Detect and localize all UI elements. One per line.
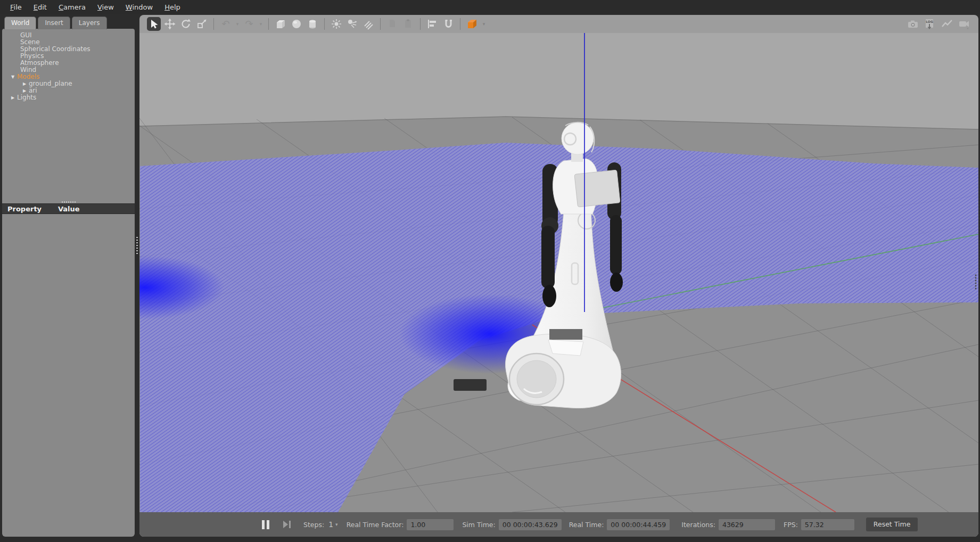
- camera-icon: [907, 18, 919, 30]
- paste-button[interactable]: [401, 17, 415, 31]
- property-table-header: Property Value: [2, 203, 135, 214]
- align-button[interactable]: [425, 17, 439, 31]
- menu-edit[interactable]: Edit: [28, 1, 53, 13]
- menu-file[interactable]: File: [4, 1, 28, 13]
- viewport-toolbar: ↶ ▾ ↷ ▾: [139, 15, 978, 33]
- rotate-icon: [180, 18, 192, 30]
- copy-button[interactable]: [385, 17, 399, 31]
- spot-light-icon: [347, 18, 358, 30]
- tree-right-arrow-icon[interactable]: ▶: [10, 94, 16, 101]
- scale-tool-button[interactable]: [195, 17, 209, 31]
- tree-item-lights[interactable]: ▶Lights: [2, 94, 135, 101]
- iterations-field[interactable]: 43629: [719, 519, 775, 530]
- view-angle-button[interactable]: [465, 17, 479, 31]
- tree-item-ground_plane[interactable]: ▶ground_plane: [2, 80, 135, 87]
- tree-item-label: Lights: [17, 94, 36, 101]
- directional-light-button[interactable]: [361, 17, 375, 31]
- rtf-field[interactable]: 1.00: [407, 519, 454, 530]
- sphere-icon: [291, 18, 302, 30]
- add-sphere-button[interactable]: [290, 17, 303, 31]
- sim-time-field[interactable]: 00 00:00:43.629: [499, 519, 562, 530]
- align-icon: [426, 18, 438, 30]
- real-time-field[interactable]: 00 00:00:44.459: [607, 519, 670, 530]
- svg-text:LOG: LOG: [926, 20, 933, 23]
- fps-field[interactable]: 57.32: [801, 519, 854, 530]
- move-icon: [164, 18, 176, 30]
- menu-help[interactable]: Help: [159, 1, 186, 13]
- world-panel: GUISceneSpherical CoordinatesPhysicsAtmo…: [2, 29, 135, 537]
- vertical-splitter-handle[interactable]: [136, 237, 138, 255]
- menu-camera[interactable]: Camera: [53, 1, 92, 13]
- tab-layers[interactable]: Layers: [72, 17, 107, 29]
- value-column-header: Value: [58, 205, 80, 213]
- point-light-icon: [331, 18, 342, 30]
- scene-3d-view[interactable]: [139, 33, 978, 512]
- real-time-label: Real Time:: [569, 521, 604, 529]
- tree-down-arrow-icon[interactable]: ▼: [10, 73, 16, 80]
- steps-value[interactable]: 1: [328, 520, 333, 529]
- menu-bar: FileEditCameraViewWindowHelp: [0, 0, 980, 14]
- translate-tool-button[interactable]: [163, 17, 177, 31]
- iterations-label: Iterations:: [681, 521, 715, 529]
- fps-label: FPS:: [784, 521, 798, 529]
- property-column-header: Property: [2, 205, 58, 213]
- screenshot-button[interactable]: [906, 17, 920, 31]
- rotate-tool-button[interactable]: [179, 17, 193, 31]
- undo-button[interactable]: ↶: [219, 17, 233, 31]
- rtf-label: Real Time Factor:: [347, 521, 404, 529]
- video-camera-icon: [958, 18, 970, 30]
- tab-insert[interactable]: Insert: [38, 17, 70, 29]
- menu-view[interactable]: View: [92, 1, 120, 13]
- spot-light-button[interactable]: [345, 17, 359, 31]
- plot-icon: [941, 18, 953, 30]
- view-angle-cube-icon: [466, 18, 479, 30]
- add-box-button[interactable]: [274, 17, 287, 31]
- world-tree: GUISceneSpherical CoordinatesPhysicsAtmo…: [2, 29, 135, 200]
- undo-history-button[interactable]: ▾: [235, 21, 240, 27]
- log-icon: LOG: [924, 18, 936, 30]
- redo-icon: ↷: [245, 19, 253, 29]
- directional-light-icon: [363, 18, 374, 30]
- pause-button[interactable]: [262, 520, 269, 529]
- tree-right-arrow-icon[interactable]: ▶: [21, 80, 28, 87]
- plot-button[interactable]: [940, 17, 954, 31]
- render-viewport: ↶ ▾ ↷ ▾: [139, 15, 978, 537]
- log-record-button[interactable]: LOG: [923, 17, 937, 31]
- tab-world[interactable]: World: [4, 17, 36, 29]
- paste-icon: [402, 18, 414, 30]
- property-table-body: [2, 214, 135, 512]
- steps-dropdown-caret[interactable]: ▾: [335, 522, 338, 527]
- sidebar-tabs: WorldInsertLayers: [4, 17, 107, 29]
- add-cylinder-button[interactable]: [306, 17, 319, 31]
- point-light-button[interactable]: [330, 17, 343, 31]
- redo-history-button[interactable]: ▾: [258, 21, 263, 27]
- snap-magnet-icon: [442, 18, 454, 30]
- steps-label: Steps:: [303, 521, 324, 529]
- snap-button[interactable]: [441, 17, 455, 31]
- redo-button[interactable]: ↷: [242, 17, 256, 31]
- scale-icon: [196, 18, 208, 30]
- copy-icon: [386, 18, 398, 30]
- select-tool-button[interactable]: [147, 17, 161, 31]
- cylinder-icon: [307, 18, 318, 30]
- video-record-button[interactable]: [957, 17, 971, 31]
- time-panel: Steps: 1 ▾ Real Time Factor: 1.00 Sim Ti…: [139, 512, 978, 537]
- step-button[interactable]: [283, 521, 291, 528]
- box-icon: [275, 18, 286, 30]
- sim-time-label: Sim Time:: [462, 521, 495, 529]
- undo-icon: ↶: [221, 19, 229, 29]
- view-angle-dropdown[interactable]: ▾: [481, 21, 487, 27]
- reset-time-button[interactable]: Reset Time: [866, 518, 918, 531]
- menu-window[interactable]: Window: [120, 1, 159, 13]
- cursor-icon: [148, 18, 160, 30]
